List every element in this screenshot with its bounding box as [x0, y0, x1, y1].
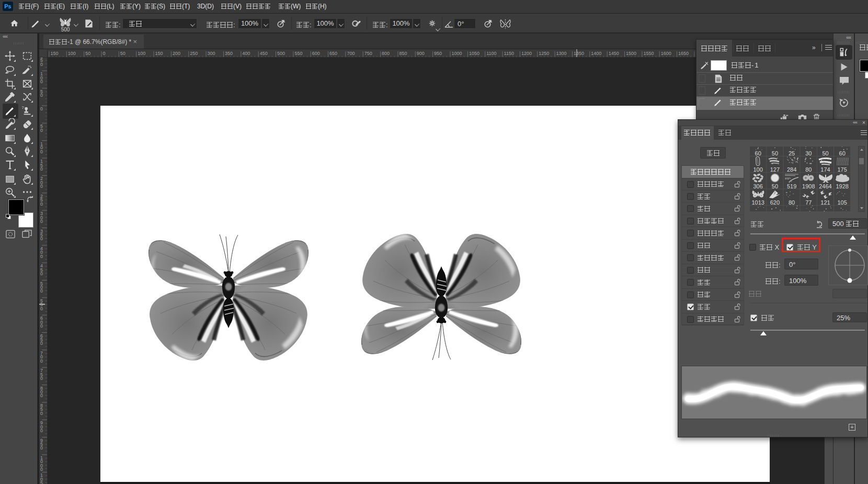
svg-text:0: 0: [40, 219, 43, 224]
svg-text:950: 950: [434, 51, 442, 56]
svg-text:0: 0: [40, 323, 43, 329]
svg-text:1000: 1000: [452, 51, 462, 56]
svg-text:0: 0: [40, 358, 43, 364]
svg-text:1400: 1400: [591, 51, 601, 56]
svg-text:500: 500: [277, 51, 285, 56]
svg-text:450: 450: [260, 51, 268, 56]
svg-text:1200: 1200: [521, 51, 532, 56]
svg-text:0: 0: [40, 254, 43, 259]
svg-text:200: 200: [173, 51, 180, 56]
svg-text:50: 50: [120, 51, 125, 56]
svg-text:5: 5: [40, 480, 43, 484]
svg-text:1150: 1150: [504, 51, 514, 56]
svg-text:600: 600: [312, 51, 320, 56]
svg-text:1450: 1450: [609, 51, 619, 56]
svg-text:0: 0: [40, 341, 43, 346]
svg-text:100: 100: [68, 51, 76, 56]
svg-text:0: 0: [103, 51, 106, 56]
svg-text:0: 0: [40, 428, 43, 433]
svg-text:0: 0: [40, 467, 43, 472]
svg-text:150: 150: [155, 51, 163, 56]
svg-text:400: 400: [242, 51, 250, 56]
svg-text:50: 50: [85, 51, 90, 56]
svg-text:0: 0: [40, 62, 43, 67]
svg-text:1250: 1250: [539, 51, 549, 56]
svg-text:0: 0: [40, 79, 43, 84]
svg-text:0: 0: [40, 236, 43, 241]
svg-text:100: 100: [138, 51, 145, 56]
svg-text:300: 300: [208, 51, 215, 56]
svg-text:1650: 1650: [678, 51, 689, 56]
svg-text:0: 0: [40, 393, 43, 398]
svg-text:0: 0: [40, 106, 43, 111]
svg-text:0: 0: [40, 411, 43, 416]
svg-text:1350: 1350: [574, 51, 584, 56]
svg-text:750: 750: [364, 51, 372, 56]
svg-text:900: 900: [417, 51, 425, 56]
svg-text:550: 550: [294, 51, 302, 56]
svg-text:0: 0: [40, 306, 43, 311]
svg-text:1050: 1050: [469, 51, 479, 56]
svg-text:1100: 1100: [486, 51, 496, 56]
svg-text:0: 0: [40, 184, 43, 189]
svg-text:1600: 1600: [661, 51, 671, 56]
svg-text:0: 0: [40, 271, 43, 276]
svg-text:350: 350: [225, 51, 233, 56]
svg-text:0: 0: [40, 376, 43, 381]
svg-text:650: 650: [329, 51, 337, 56]
svg-text:800: 800: [382, 51, 390, 56]
svg-text:150: 150: [50, 51, 58, 56]
svg-text:0: 0: [40, 201, 43, 207]
svg-text:1500: 1500: [626, 51, 636, 56]
svg-text:700: 700: [347, 51, 355, 56]
svg-text:1300: 1300: [556, 51, 567, 56]
svg-text:850: 850: [399, 51, 407, 56]
svg-text:250: 250: [190, 51, 198, 56]
svg-text:0: 0: [40, 166, 43, 172]
svg-text:0: 0: [40, 149, 43, 154]
svg-text:0: 0: [40, 93, 43, 98]
svg-text:1550: 1550: [643, 51, 654, 56]
svg-text:0: 0: [40, 445, 43, 451]
svg-text:0: 0: [40, 128, 43, 133]
svg-text:0: 0: [40, 288, 43, 294]
